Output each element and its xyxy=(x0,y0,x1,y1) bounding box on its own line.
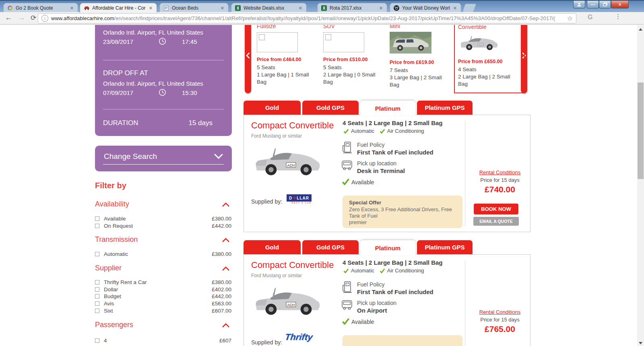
filter-label: Automatic xyxy=(104,251,128,257)
chevron-up-icon[interactable] xyxy=(222,323,230,328)
tab-platinum-2[interactable]: Platinum xyxy=(360,240,415,255)
chevron-down-icon[interactable] xyxy=(214,154,223,159)
chevron-up-icon[interactable] xyxy=(222,266,230,271)
carousel-item-suv[interactable]: SUV Price from £510.00 5 Seats 2 Large B… xyxy=(323,25,384,86)
scrollbar-thumb[interactable] xyxy=(638,82,644,179)
car-icon xyxy=(83,5,90,11)
checkbox-automatic[interactable] xyxy=(95,252,99,256)
new-tab-button[interactable] xyxy=(462,4,476,12)
category-label: SUV xyxy=(323,25,384,31)
address-bar[interactable]: i www.affordablecarhire.com/en/search/fi… xyxy=(38,13,576,23)
profile-button[interactable] xyxy=(573,1,585,8)
back-icon[interactable]: ← xyxy=(5,13,12,22)
tab-close-icon[interactable]: ✕ xyxy=(69,6,74,11)
checkbox-sixt[interactable] xyxy=(95,309,99,313)
menu-kebab-icon[interactable]: ⋮ xyxy=(615,13,621,20)
bus-icon xyxy=(341,160,353,171)
tab-close-icon[interactable]: ✕ xyxy=(220,6,225,11)
fuel-policy-label: Fuel Policy xyxy=(357,142,384,148)
carousel-item-fullsize[interactable]: Fullsize Price from £464.00 5 Seats 1 La… xyxy=(257,25,318,86)
divider xyxy=(103,109,224,109)
tab-title: Your Walt Disney World xyxy=(402,5,450,11)
minimize-button[interactable]: — xyxy=(587,1,599,8)
fuel-policy-value: First Tank of Fuel included xyxy=(357,149,433,156)
checkbox-available[interactable] xyxy=(95,216,99,221)
page-icon xyxy=(163,5,169,11)
excel-icon: X xyxy=(235,5,241,11)
chevron-up-icon[interactable] xyxy=(222,238,230,243)
checkbox-dollar[interactable] xyxy=(95,287,99,292)
scroll-down-icon[interactable] xyxy=(639,342,642,344)
reload-icon[interactable]: ⟳ xyxy=(31,14,36,22)
info-icon[interactable]: i xyxy=(41,15,48,22)
bookmark-star-icon[interactable]: ☆ xyxy=(567,14,573,22)
result-card: Compact Convertible Ford Mustang or simi… xyxy=(244,115,530,232)
page-scrollbar[interactable] xyxy=(637,25,644,346)
category-label: Fullsize xyxy=(257,25,318,31)
carousel-item-mini[interactable]: Mini Price from £619.00 7 Seats 3 Large … xyxy=(390,25,451,89)
tab-title: Ocean Beds xyxy=(172,5,217,11)
restore-button[interactable] xyxy=(599,1,611,8)
scroll-up-icon[interactable] xyxy=(639,28,642,31)
special-offer-box: Special Offer Zero Excess, 3 Free Additi… xyxy=(343,196,462,228)
carousel-item-convertible[interactable]: Convertible ACH Price from £650.00 4 Sea… xyxy=(458,25,519,88)
tab-ocean-beds[interactable]: Ocean Beds ✕ xyxy=(159,3,229,13)
excel-icon: X xyxy=(321,5,327,11)
pickup-location-value: On Airport xyxy=(357,307,387,314)
rental-conditions-link[interactable]: Rental Conditions xyxy=(472,309,528,315)
tab-website-deals[interactable]: X Website Deals.xlsx ✕ xyxy=(231,3,307,13)
rental-conditions-link[interactable]: Rental Conditions xyxy=(472,169,528,175)
tab-affordable-car-hire[interactable]: Affordable Car Hire - Cor ✕ xyxy=(80,3,157,13)
checkbox-budget[interactable] xyxy=(95,294,99,299)
extension-g-icon[interactable]: G xyxy=(588,14,592,21)
divider xyxy=(465,121,465,226)
forward-icon[interactable]: → xyxy=(18,13,25,22)
price-from: Price from £650.00 xyxy=(458,59,519,64)
pickup-location-label: Pick up location xyxy=(357,160,396,167)
url-domain: www.affordablecarhire.com xyxy=(51,15,114,21)
checkbox-thrifty[interactable] xyxy=(95,280,99,284)
checkbox-avis[interactable] xyxy=(95,301,99,306)
tab-close-icon[interactable]: ✕ xyxy=(452,6,458,11)
search-summary-card: Orlando Intl. Airport, FL United States … xyxy=(95,25,232,136)
chevron-up-icon[interactable] xyxy=(222,202,230,207)
tab-close-icon[interactable]: ✕ xyxy=(378,6,384,11)
url-text[interactable]: www.affordablecarhire.com/en/search/find… xyxy=(51,15,565,21)
book-now-button[interactable]: BOOK NOW xyxy=(474,204,518,214)
email-quote-button[interactable]: EMAIL A QUOTE xyxy=(473,217,519,226)
ring-icon xyxy=(7,5,13,11)
tab-platinum-1[interactable]: Platinum xyxy=(360,101,415,116)
bags: 3 Large Bag | 2 Small Bag xyxy=(390,74,451,89)
tab-title: Go 2 Book Quote xyxy=(16,5,67,11)
seats: 4 Seats xyxy=(458,66,519,73)
tab-close-icon[interactable]: ✕ xyxy=(298,6,303,11)
tab-close-icon[interactable]: ✕ xyxy=(148,6,153,11)
feature-automatic: Automatic Air Conditioning xyxy=(343,128,424,134)
tab-gold-1[interactable]: Gold xyxy=(244,101,301,115)
filter-by-heading: Filter by xyxy=(95,181,126,190)
close-button[interactable]: ✕ xyxy=(611,1,629,8)
tab-rota-2017[interactable]: X Rota 2017.xlsx ✕ xyxy=(317,3,387,13)
bags: 2 Large Bag | 2 Small Bag xyxy=(458,73,519,88)
tab-go2book[interactable]: Go 2 Book Quote ✕ xyxy=(3,3,78,13)
carousel-prev-button[interactable] xyxy=(245,25,251,93)
category-label: Mini xyxy=(390,25,451,31)
vehicle-image: ACH xyxy=(251,143,323,180)
check-icon xyxy=(343,268,349,273)
broken-image-placeholder xyxy=(323,32,364,52)
change-search-card[interactable]: Change Search xyxy=(95,146,232,171)
tab-gold-2[interactable]: Gold xyxy=(244,240,301,254)
tab-platinum-gps-1[interactable]: Platinum GPS xyxy=(417,101,473,115)
price-from: Price from £619.00 xyxy=(390,60,451,65)
svg-text:ACH: ACH xyxy=(287,163,295,167)
dropoff-time: 15:30 xyxy=(182,89,197,96)
vehicle-title: Compact Convertible xyxy=(251,260,334,270)
tab-gold-gps-2[interactable]: Gold GPS xyxy=(302,240,359,254)
seats: 5 Seats xyxy=(257,64,318,71)
checkbox-passengers-4[interactable] xyxy=(95,338,99,343)
tab-gold-gps-1[interactable]: Gold GPS xyxy=(302,101,359,115)
vehicle-subtitle: Ford Mustang or similar xyxy=(251,273,302,278)
tab-platinum-gps-2[interactable]: Platinum GPS xyxy=(417,240,473,254)
checkbox-on-request[interactable] xyxy=(95,224,99,228)
tab-disney-world[interactable]: Your Walt Disney World ✕ xyxy=(390,3,461,13)
